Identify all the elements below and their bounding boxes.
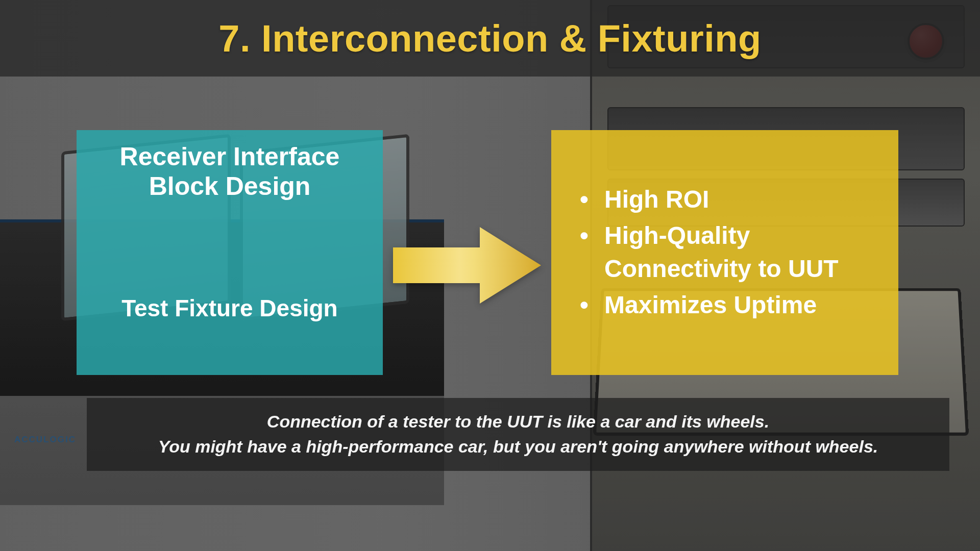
title-bar: 7. Interconnection & Fixturing	[0, 0, 980, 77]
left-panel-subheading: Test Fixture Design	[87, 294, 373, 322]
heading-line: Block Design	[149, 172, 311, 201]
benefits-list: High ROI High-Quality Connectivity to UU…	[580, 180, 875, 324]
left-panel: Receiver Interface Block Design Test Fix…	[77, 130, 383, 375]
left-panel-heading: Receiver Interface Block Design	[87, 142, 373, 201]
arrow-icon	[393, 224, 541, 306]
caption-line: Connection of a tester to the UUT is lik…	[267, 412, 769, 431]
right-panel: High ROI High-Quality Connectivity to UU…	[551, 130, 898, 375]
list-item: High-Quality Connectivity to UUT	[580, 219, 875, 286]
caption-strip: Connection of a tester to the UUT is lik…	[87, 398, 949, 471]
list-item: Maximizes Uptime	[580, 289, 875, 322]
heading-line: Receiver Interface	[120, 142, 340, 171]
list-item: High ROI	[580, 183, 875, 216]
slide-title: 7. Interconnection & Fixturing	[218, 17, 761, 60]
svg-marker-0	[393, 227, 541, 304]
caption-line: You might have a high-performance car, b…	[158, 437, 878, 456]
